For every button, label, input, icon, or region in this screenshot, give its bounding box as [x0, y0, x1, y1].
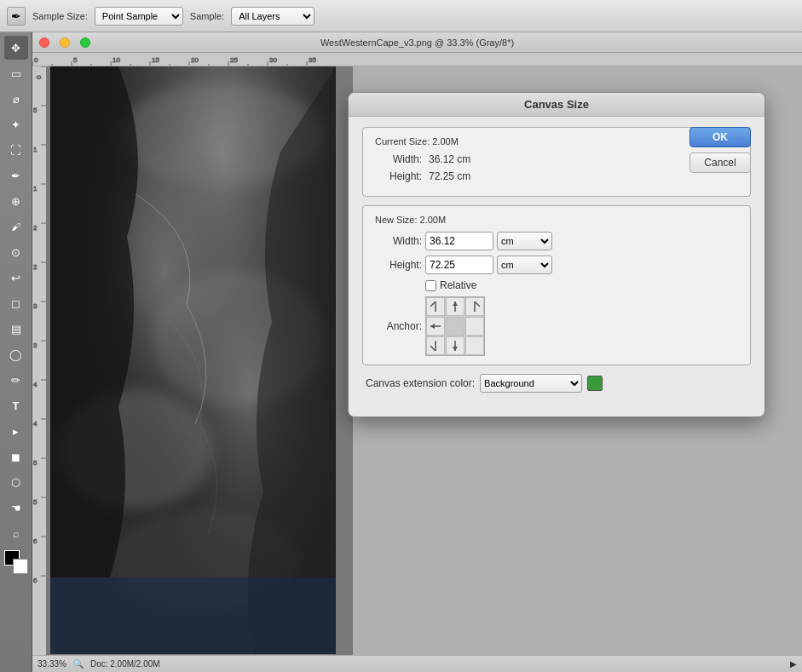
window-controls	[39, 37, 95, 48]
ruler-horizontal: 0 5 10 15 20 25 30 35	[32, 53, 802, 66]
status-bar: 33.33% 🔍 Doc: 2.00M/2.00M ▶	[32, 655, 802, 672]
doc-info: Doc: 2.00M/2.00M	[90, 659, 160, 669]
minimize-button[interactable]	[60, 37, 70, 48]
svg-text:6: 6	[33, 577, 38, 584]
svg-text:35: 35	[309, 56, 316, 64]
tool-icon: ✒	[7, 7, 26, 26]
svg-text:25: 25	[230, 56, 238, 64]
anchor-mid-right[interactable]	[465, 317, 484, 336]
svg-text:30: 30	[269, 56, 277, 64]
tool-gradient[interactable]: ▤	[4, 317, 28, 341]
new-height-input[interactable]	[425, 256, 493, 274]
current-width-label: Width:	[375, 153, 422, 165]
svg-text:4: 4	[33, 381, 38, 388]
tool-clone[interactable]: ⊙	[4, 240, 28, 264]
svg-marker-74	[453, 347, 458, 351]
ruler-vertical: 0 5 1 1 2 2 3 3 4 4 5 5 6 6	[32, 66, 46, 655]
new-height-row: Height: cm px in mm %	[375, 256, 738, 274]
tool-dodge[interactable]: ◯	[4, 342, 28, 366]
anchor-top-right[interactable]	[465, 297, 484, 316]
cancel-button[interactable]: Cancel	[689, 152, 751, 173]
svg-line-67	[475, 302, 480, 307]
tool-zoom[interactable]: ⌕	[4, 521, 28, 545]
ext-color-label: Canvas extension color:	[366, 377, 475, 389]
anchor-top-left[interactable]	[426, 297, 445, 316]
anchor-center[interactable]	[446, 317, 464, 336]
current-height-value: 72.25 cm	[429, 170, 470, 182]
svg-marker-66	[453, 302, 458, 306]
tools-panel: ✥ ▭ ⌀ ✦ ⛶ ✒ ⊕ 🖌 ⊙ ↩ ◻ ▤ ◯ ✏ T ▸ ◼ ⬡ ☚ ⌕	[0, 32, 32, 672]
svg-text:4: 4	[33, 420, 38, 428]
canvas-size-dialog: Canvas Size OK Cancel Current Size: 2.00…	[348, 92, 765, 417]
sample-size-label: Sample Size:	[32, 11, 88, 21]
canvas-ext-color-row: Canvas extension color: Background Foreg…	[362, 374, 751, 393]
new-width-row: Width: cm px in mm %	[375, 232, 738, 250]
height-unit-select[interactable]: cm px in mm %	[497, 256, 552, 274]
tool-hand[interactable]: ☚	[4, 496, 28, 520]
tool-type[interactable]: T	[4, 393, 28, 417]
anchor-label: Anchor:	[375, 320, 422, 332]
relative-label[interactable]: Relative	[440, 279, 476, 291]
tool-crop[interactable]: ⛶	[4, 138, 28, 162]
current-width-row: Width: 36.12 cm	[375, 153, 738, 165]
tool-eyedropper[interactable]: ✒	[4, 164, 28, 187]
svg-text:5: 5	[33, 498, 38, 506]
anchor-bot-center[interactable]	[446, 336, 464, 355]
anchor-mid-left[interactable]	[426, 317, 445, 336]
ext-color-select[interactable]: Background Foreground White Black Gray O…	[480, 374, 582, 393]
tool-brush[interactable]: 🖌	[4, 215, 28, 238]
zoom-icon[interactable]: 🔍	[73, 659, 84, 669]
anchor-bot-left[interactable]	[426, 336, 445, 355]
fg-bg-colors[interactable]	[4, 550, 28, 574]
tool-pen[interactable]: ✏	[4, 368, 28, 392]
svg-text:2: 2	[33, 263, 38, 271]
sample-size-select[interactable]: Point Sample 3 by 3 Average 5 by 5 Avera…	[95, 7, 183, 26]
tool-path-select[interactable]: ▸	[4, 419, 28, 443]
svg-line-71	[430, 346, 436, 351]
anchor-grid	[425, 296, 485, 356]
svg-text:20: 20	[191, 56, 199, 64]
relative-checkbox[interactable]	[425, 280, 436, 291]
tool-3d[interactable]: ⬡	[4, 470, 28, 494]
anchor-top-center[interactable]	[446, 297, 464, 316]
new-width-input[interactable]	[425, 232, 493, 250]
anchor-row: Anchor:	[375, 296, 738, 356]
svg-line-63	[430, 302, 436, 307]
svg-rect-24	[32, 66, 46, 655]
sample-select[interactable]: All Layers Current Layer	[231, 7, 314, 26]
svg-text:15: 15	[152, 56, 159, 64]
svg-text:3: 3	[33, 342, 38, 349]
new-size-section: New Size: 2.00M Width: cm px in mm % Hei…	[362, 205, 751, 365]
tool-wand[interactable]: ✦	[4, 112, 28, 136]
ok-button[interactable]: OK	[689, 127, 751, 147]
sample-label: Sample:	[190, 11, 224, 21]
svg-text:1: 1	[33, 185, 38, 192]
new-height-label: Height:	[375, 259, 422, 271]
toolbar: ✒ Sample Size: Point Sample 3 by 3 Avera…	[0, 0, 802, 32]
current-width-value: 36.12 cm	[429, 153, 470, 165]
anchor-bot-right[interactable]	[465, 336, 484, 355]
svg-text:0: 0	[34, 56, 38, 64]
svg-rect-0	[32, 53, 802, 66]
tool-eraser[interactable]: ◻	[4, 291, 28, 315]
tool-history[interactable]: ↩	[4, 266, 28, 290]
close-button[interactable]	[39, 37, 49, 48]
new-size-title: New Size: 2.00M	[375, 215, 738, 225]
width-unit-select[interactable]: cm px in mm %	[497, 232, 552, 250]
svg-text:1: 1	[33, 146, 38, 153]
tool-move[interactable]: ✥	[4, 36, 28, 60]
svg-text:5: 5	[73, 56, 78, 64]
scroll-right-btn[interactable]: ▶	[790, 659, 797, 669]
tool-lasso[interactable]: ⌀	[4, 87, 28, 111]
svg-text:3: 3	[33, 302, 38, 310]
svg-marker-70	[430, 324, 435, 329]
tool-heal[interactable]: ⊕	[4, 189, 28, 213]
maximize-button[interactable]	[80, 37, 90, 48]
svg-text:5: 5	[33, 106, 38, 114]
svg-text:0: 0	[35, 75, 43, 79]
ext-color-swatch[interactable]	[587, 376, 603, 391]
svg-text:10: 10	[113, 56, 120, 64]
tool-shape[interactable]: ◼	[4, 445, 28, 468]
tool-marquee[interactable]: ▭	[4, 61, 28, 85]
canvas-area	[46, 66, 353, 655]
